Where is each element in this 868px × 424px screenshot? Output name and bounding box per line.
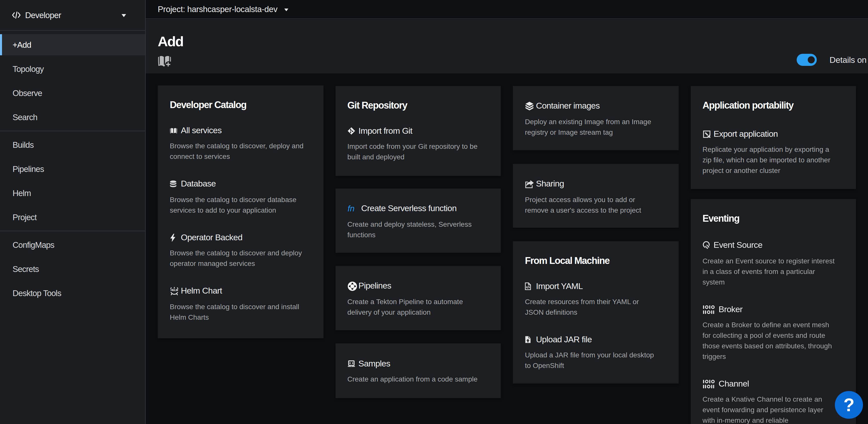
svg-text:fn: fn <box>347 204 354 214</box>
svg-text:HELM: HELM <box>171 288 178 291</box>
